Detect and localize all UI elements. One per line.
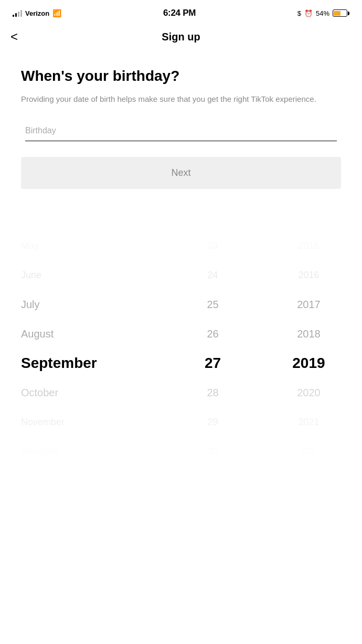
picker-item[interactable]: June	[21, 260, 170, 290]
main-content: When's your birthday? Providing your dat…	[0, 50, 362, 231]
picker-item[interactable]: 2021	[255, 407, 362, 437]
picker-item[interactable]: 2017	[255, 290, 362, 319]
battery-indicator	[333, 9, 349, 17]
picker-item[interactable]: May	[21, 231, 170, 260]
picker-item[interactable]: 24	[170, 260, 255, 290]
battery-percent: 54%	[316, 9, 329, 17]
carrier-label: Verizon	[25, 9, 49, 17]
birthday-underline	[25, 141, 337, 141]
wifi-icon: 📶	[52, 9, 61, 17]
picker-item[interactable]: 2020	[255, 378, 362, 407]
picker-item[interactable]: 27	[170, 349, 255, 378]
picker-item[interactable]: 26	[170, 319, 255, 349]
picker-item[interactable]: 25	[170, 290, 255, 319]
month-column[interactable]: MayJuneJulyAugustSeptemberOctoberNovembe…	[0, 231, 170, 466]
year-column[interactable]: 20152016201720182019202020212022	[255, 231, 362, 466]
next-button[interactable]: Next	[21, 157, 341, 189]
picker-item[interactable]: 2015	[255, 231, 362, 260]
status-bar: Verizon 📶 6:24 PM $ ⏰ 54%	[0, 0, 362, 23]
picker-item[interactable]: December	[21, 437, 170, 466]
picker-item[interactable]: October	[21, 378, 170, 407]
status-right: $ ⏰ 54%	[297, 9, 349, 17]
page-description: Providing your date of birth helps make …	[21, 93, 341, 105]
picker-item[interactable]: 2018	[255, 319, 362, 349]
picker-item[interactable]: 29	[170, 407, 255, 437]
picker-item[interactable]: September	[21, 349, 170, 378]
page-title: Sign up	[162, 31, 200, 43]
status-left: Verizon 📶	[13, 9, 61, 17]
location-icon: $	[297, 9, 301, 17]
page-heading: When's your birthday?	[21, 67, 341, 85]
battery-icon	[333, 9, 349, 17]
birthday-field-container[interactable]: Birthday	[21, 126, 341, 141]
picker-item[interactable]: 2019	[255, 349, 362, 378]
status-time: 6:24 PM	[163, 8, 196, 18]
picker-item[interactable]: July	[21, 290, 170, 319]
back-button[interactable]: <	[10, 30, 18, 43]
signal-bars	[13, 9, 22, 17]
picker-item[interactable]: 28	[170, 378, 255, 407]
date-picker-wrapper[interactable]: MayJuneJulyAugustSeptemberOctoberNovembe…	[0, 231, 362, 466]
picker-item[interactable]: November	[21, 407, 170, 437]
picker-item[interactable]: 2022	[255, 437, 362, 466]
day-column[interactable]: 2324252627282930	[170, 231, 255, 466]
date-picker[interactable]: MayJuneJulyAugustSeptemberOctoberNovembe…	[0, 231, 362, 466]
birthday-label: Birthday	[25, 126, 337, 135]
picker-item[interactable]: 2016	[255, 260, 362, 290]
alarm-icon: ⏰	[304, 9, 313, 17]
picker-item[interactable]: August	[21, 319, 170, 349]
nav-header: < Sign up	[0, 23, 362, 50]
picker-item[interactable]: 23	[170, 231, 255, 260]
picker-item[interactable]: 30	[170, 437, 255, 466]
